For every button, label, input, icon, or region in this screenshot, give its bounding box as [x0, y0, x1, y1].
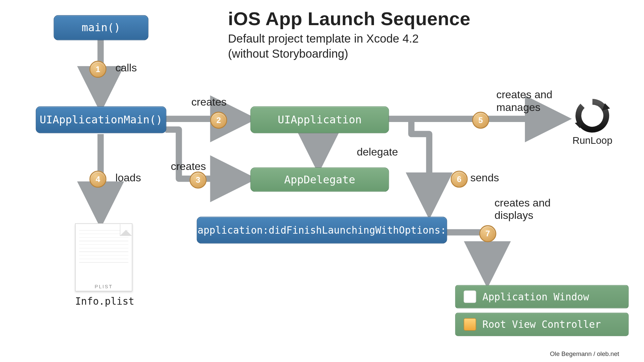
label-sends: sends — [470, 172, 499, 184]
node-info-plist: PLIST Info.plist — [75, 224, 129, 307]
step-badge-1: 1 — [90, 61, 107, 78]
step-badge-5: 5 — [472, 112, 489, 129]
label-creates-manages-2: manages — [496, 101, 541, 113]
view-controller-icon — [464, 318, 476, 330]
step-badge-6: 6 — [451, 171, 468, 188]
diagram-title: iOS App Launch Sequence — [228, 8, 631, 29]
label-creates-manages-1: creates and — [496, 88, 552, 101]
label-creates-2: creates — [192, 96, 227, 108]
runloop-icon — [573, 98, 612, 134]
step-badge-7: 7 — [479, 225, 496, 242]
plist-file-icon: PLIST — [75, 224, 132, 292]
node-main: main() — [54, 15, 149, 40]
plist-label: Info.plist — [75, 296, 129, 307]
diagram-title-block: iOS App Launch Sequence Default project … — [228, 8, 631, 61]
runloop-label: RunLoop — [566, 135, 619, 147]
label-calls: calls — [115, 62, 137, 74]
node-root-view-controller: Root View Controller — [455, 313, 629, 336]
label-loads: loads — [115, 172, 141, 184]
label-creates-displays-1: creates and — [494, 197, 550, 209]
node-didfinishlaunching: application:didFinishLaunchingWithOption… — [197, 217, 447, 244]
node-uiapplication: UIApplication — [250, 106, 389, 133]
step-badge-4: 4 — [90, 171, 107, 188]
step-badge-2: 2 — [210, 112, 227, 129]
step-badge-3: 3 — [190, 172, 207, 189]
label-delegate: delegate — [357, 146, 398, 158]
label-creates-3: creates — [171, 160, 206, 172]
window-icon — [464, 290, 476, 303]
node-uiapplicationmain: UIApplicationMain() — [36, 106, 166, 133]
diagram-subtitle: Default project template in Xcode 4.2 (w… — [228, 31, 631, 61]
label-creates-displays-2: displays — [494, 209, 533, 222]
credit-line: Ole Begemann / oleb.net — [550, 350, 619, 357]
node-runloop: RunLoop — [566, 98, 619, 147]
diagram-canvas: iOS App Launch Sequence Default project … — [0, 0, 644, 362]
node-application-window: Application Window — [455, 285, 629, 308]
node-appdelegate: AppDelegate — [250, 168, 389, 192]
